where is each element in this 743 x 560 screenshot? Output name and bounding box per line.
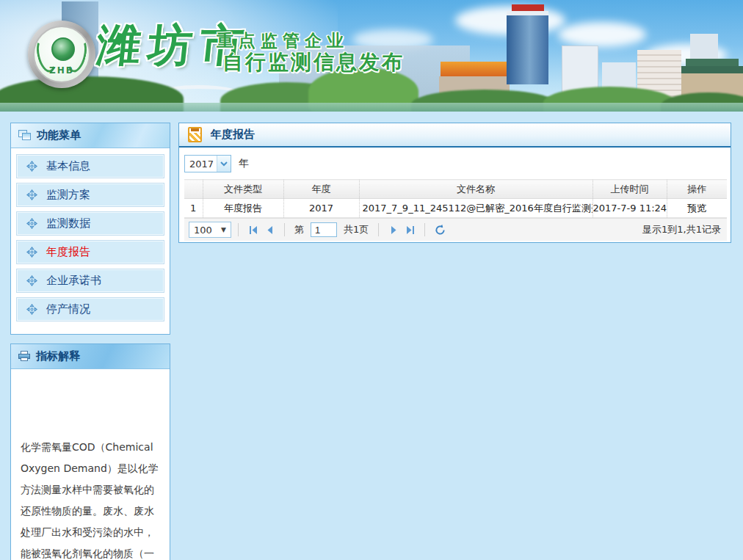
sidebar-item-label: 年度报告 bbox=[46, 245, 90, 259]
divider bbox=[238, 223, 239, 236]
banner-water bbox=[0, 103, 743, 112]
sidebar-item-label: 基本信息 bbox=[46, 159, 90, 173]
annual-report-panel: 年度报告 2017 年 文件类型 bbox=[178, 123, 731, 243]
printer-icon bbox=[18, 351, 31, 362]
banner-billboard bbox=[441, 62, 508, 76]
table-row: 1 年度报告 2017 2017_7_9_11_245112@已解密_2016年… bbox=[184, 199, 727, 218]
sidebar-item-annual-report[interactable]: 年度报告 bbox=[17, 241, 164, 263]
table-header-row: 文件类型 年度 文件名称 上传时间 操作 bbox=[184, 180, 727, 199]
col-header-action: 操作 bbox=[667, 180, 727, 199]
banner-tower bbox=[507, 11, 548, 84]
epa-logo-disc: ZHB bbox=[33, 26, 90, 83]
cell-file-name: 2017_7_9_11_245112@已解密_2016年度自行监测开展情况年 bbox=[359, 199, 592, 218]
refresh-button[interactable] bbox=[432, 222, 448, 238]
page-number-input[interactable] bbox=[311, 222, 337, 237]
annual-report-table: 文件类型 年度 文件名称 上传时间 操作 1 年度报告 2017 2017_7_… bbox=[184, 179, 727, 218]
logo-text: ZHB bbox=[35, 65, 89, 76]
menu-list: 基本信息 监测方案 监测数据 年度报告 企业承诺书 停产情况 bbox=[11, 148, 170, 327]
records-summary: 显示1到1,共1记录 bbox=[642, 223, 721, 236]
function-menu-header: 功能菜单 bbox=[11, 123, 170, 148]
triangle-down-icon: ▼ bbox=[221, 226, 226, 233]
banner-tower-sign bbox=[512, 4, 544, 11]
sidebar-item-monitoring-data[interactable]: 监测数据 bbox=[17, 212, 164, 235]
sidebar-item-label: 监测数据 bbox=[46, 217, 90, 230]
windows-icon bbox=[18, 130, 32, 141]
indicator-text: 化学需氧量COD（Chemical Oxygen Demand）是以化学方法测量… bbox=[11, 369, 170, 560]
compass-arrows-icon bbox=[26, 189, 37, 200]
sidebar-item-production-halt[interactable]: 停产情况 bbox=[17, 298, 164, 321]
compass-arrows-icon bbox=[26, 161, 37, 172]
cell-rownum: 1 bbox=[184, 199, 203, 218]
epa-logo: ZHB bbox=[28, 21, 95, 88]
compass-arrows-icon bbox=[26, 275, 37, 286]
cell-file-type: 年度报告 bbox=[203, 199, 283, 218]
col-header-year: 年度 bbox=[283, 180, 359, 199]
compass-arrows-icon bbox=[26, 304, 37, 315]
preview-action[interactable]: 预览 bbox=[667, 199, 727, 218]
sidebar-item-label: 停产情况 bbox=[46, 302, 90, 316]
last-page-button[interactable] bbox=[402, 222, 418, 238]
clipboard-icon bbox=[188, 127, 202, 142]
function-menu-panel: 功能菜单 基本信息 监测方案 监测数据 年度报告 企业承诺书 bbox=[10, 123, 170, 335]
total-pages-label: 共1页 bbox=[344, 223, 369, 236]
cell-upload-time: 2017-7-9 11:24:13 bbox=[592, 199, 667, 218]
col-header-rownum bbox=[184, 180, 203, 199]
divider bbox=[378, 223, 379, 236]
sidebar-item-basic-info[interactable]: 基本信息 bbox=[17, 155, 164, 178]
banner: ZHB 潍坊市 重点监管企业 自行监测信息发布 bbox=[0, 0, 743, 112]
sidebar-item-monitoring-plan[interactable]: 监测方案 bbox=[17, 183, 164, 206]
col-header-file-type: 文件类型 bbox=[203, 180, 283, 199]
divider bbox=[284, 223, 285, 236]
annual-report-body: 2017 年 文件类型 年度 文件名称 上传时间 bbox=[179, 148, 731, 241]
sidebar-item-label: 企业承诺书 bbox=[46, 274, 101, 288]
page-size-value: 100 bbox=[194, 225, 212, 236]
annual-report-header: 年度报告 bbox=[179, 123, 731, 148]
sidebar-item-label: 监测方案 bbox=[46, 188, 90, 202]
globe-icon bbox=[51, 37, 75, 61]
pagination-bar: 100 ▼ 第 共1页 bbox=[184, 218, 727, 241]
page-prefix-label: 第 bbox=[294, 223, 304, 236]
function-menu-title: 功能菜单 bbox=[37, 128, 81, 142]
year-filter-row: 2017 年 bbox=[184, 153, 725, 175]
page-size-select[interactable]: 100 ▼ bbox=[189, 222, 231, 238]
year-suffix-label: 年 bbox=[239, 157, 249, 170]
year-select[interactable]: 2017 bbox=[184, 155, 231, 172]
indicator-panel: 指标解释 化学需氧量COD（Chemical Oxygen Demand）是以化… bbox=[10, 343, 170, 560]
compass-arrows-icon bbox=[26, 247, 37, 258]
prev-page-button[interactable] bbox=[261, 222, 278, 238]
cell-year: 2017 bbox=[283, 199, 359, 218]
cloud bbox=[558, 22, 646, 47]
col-header-upload-time: 上传时间 bbox=[592, 180, 667, 199]
page: ZHB 潍坊市 重点监管企业 自行监测信息发布 功能菜单 基本信息 监测方案 监… bbox=[0, 0, 743, 560]
banner-subtitle-2: 自行监测信息发布 bbox=[222, 48, 405, 76]
first-page-button[interactable] bbox=[245, 222, 261, 238]
indicator-header: 指标解释 bbox=[11, 344, 170, 369]
year-select-value: 2017 bbox=[185, 159, 217, 170]
next-page-button[interactable] bbox=[385, 222, 402, 238]
col-header-file-name: 文件名称 bbox=[359, 180, 592, 199]
compass-arrows-icon bbox=[26, 218, 37, 229]
page-title: 年度报告 bbox=[211, 128, 255, 142]
divider bbox=[424, 223, 425, 236]
chevron-down-icon bbox=[217, 156, 231, 172]
sidebar-item-enterprise-commitment[interactable]: 企业承诺书 bbox=[17, 269, 164, 292]
indicator-title: 指标解释 bbox=[36, 349, 80, 363]
